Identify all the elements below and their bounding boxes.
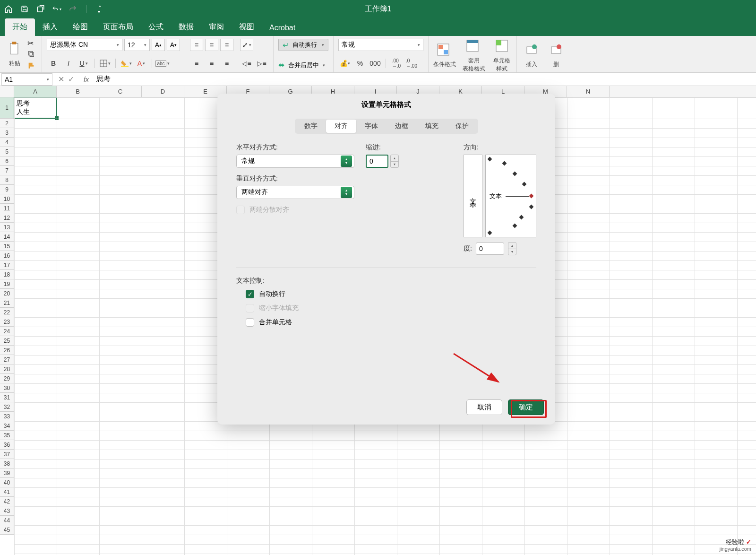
dtab-protection[interactable]: 保护	[447, 120, 477, 133]
row-header[interactable]: 30	[0, 383, 14, 393]
undo-icon[interactable]: ▾	[52, 4, 61, 14]
decrease-font-icon[interactable]: A▾	[167, 39, 180, 51]
customize-qat-icon[interactable]: ⚬▾	[95, 4, 104, 14]
increase-decimal-icon[interactable]: .00→.0	[390, 57, 403, 69]
bold-button[interactable]: B	[47, 57, 60, 69]
align-middle-icon[interactable]: ≡	[205, 39, 218, 51]
row-header[interactable]: 14	[0, 232, 14, 242]
row-header[interactable]: 36	[0, 440, 14, 450]
increase-indent-icon[interactable]: ▷≡	[255, 57, 268, 69]
row-header[interactable]: 32	[0, 402, 14, 412]
col-header-B[interactable]: B	[57, 86, 99, 97]
row-header[interactable]: 1	[0, 97, 14, 119]
format-painter-icon[interactable]	[27, 61, 37, 70]
conditional-format-button[interactable]	[433, 40, 453, 60]
row-header[interactable]: 20	[0, 289, 14, 298]
wrap-text-button[interactable]: 自动换行	[292, 41, 317, 49]
align-center-icon[interactable]: ≡	[205, 57, 218, 69]
row-header[interactable]: 17	[0, 260, 14, 270]
increase-font-icon[interactable]: A▴	[152, 39, 165, 51]
orientation-vertical-button[interactable]: 文本	[464, 155, 482, 237]
border-button[interactable]: ▾	[98, 57, 112, 69]
row-header[interactable]: 11	[0, 204, 14, 213]
row-header[interactable]: 7	[0, 166, 14, 175]
orientation-icon[interactable]: ⤢▾	[240, 39, 253, 51]
h-align-select[interactable]: 常规▴▾	[236, 155, 354, 168]
select-all-corner[interactable]	[0, 86, 14, 97]
format-table-button[interactable]	[463, 36, 482, 56]
row-header[interactable]: 31	[0, 393, 14, 402]
dtab-border[interactable]: 边框	[387, 120, 417, 133]
comma-icon[interactable]: 000	[369, 57, 382, 69]
degree-spinner[interactable]: ▴▾	[508, 242, 516, 255]
cut-icon[interactable]: ✂	[27, 39, 37, 47]
col-header-A[interactable]: A	[14, 86, 57, 97]
row-header[interactable]: 24	[0, 327, 14, 336]
formula-input[interactable]: 思考	[93, 75, 111, 84]
merge-button[interactable]: 合并后居中	[288, 61, 319, 69]
row-header[interactable]: 2	[0, 119, 14, 128]
row-header[interactable]: 28	[0, 364, 14, 374]
row-header[interactable]: 5	[0, 147, 14, 156]
fx-icon[interactable]: fx	[80, 76, 93, 83]
merge-cells-checkbox[interactable]	[246, 318, 254, 327]
degree-input[interactable]	[476, 243, 504, 255]
tab-insert[interactable]: 插入	[35, 18, 65, 36]
row-header[interactable]: 10	[0, 194, 14, 204]
row-header[interactable]: 35	[0, 431, 14, 440]
wrap-text-checkbox[interactable]: ✓	[246, 290, 254, 298]
v-align-select[interactable]: 两端对齐▴▾	[236, 186, 354, 199]
decrease-decimal-icon[interactable]: .0→.00	[405, 57, 418, 69]
row-header[interactable]: 6	[0, 156, 14, 166]
dtab-alignment[interactable]: 对齐	[326, 120, 356, 133]
row-header[interactable]: 37	[0, 450, 14, 459]
enter-formula-icon[interactable]: ✓	[68, 75, 74, 84]
underline-button[interactable]: U▾	[77, 57, 90, 69]
tab-review[interactable]: 审阅	[201, 18, 232, 36]
number-format-select[interactable]: 常规▾	[338, 39, 423, 51]
row-header[interactable]: 9	[0, 185, 14, 194]
home-icon[interactable]	[4, 4, 13, 14]
row-header[interactable]: 16	[0, 251, 14, 260]
name-box[interactable]: A1▾	[1, 73, 52, 86]
row-header[interactable]: 33	[0, 412, 14, 421]
row-header[interactable]: 25	[0, 336, 14, 346]
row-header[interactable]: 38	[0, 459, 14, 468]
tab-data[interactable]: 数据	[171, 18, 201, 36]
row-header[interactable]: 44	[0, 516, 14, 525]
delete-cells-button[interactable]	[546, 40, 566, 60]
copy-icon[interactable]	[27, 50, 37, 59]
row-header[interactable]: 4	[0, 138, 14, 147]
tab-acrobat[interactable]: Acrobat	[262, 20, 303, 36]
row-header[interactable]: 3	[0, 128, 14, 138]
dtab-number[interactable]: 数字	[296, 120, 326, 133]
row-header[interactable]: 18	[0, 270, 14, 279]
row-header[interactable]: 21	[0, 298, 14, 308]
row-header[interactable]: 13	[0, 223, 14, 232]
row-header[interactable]: 42	[0, 497, 14, 506]
tab-view[interactable]: 视图	[232, 18, 262, 36]
italic-button[interactable]: I	[62, 57, 75, 69]
align-right-icon[interactable]: ≡	[220, 57, 233, 69]
currency-icon[interactable]: 💰▾	[338, 57, 352, 69]
ok-button[interactable]: 确定	[508, 399, 544, 415]
row-header[interactable]: 26	[0, 346, 14, 355]
row-header[interactable]: 29	[0, 374, 14, 383]
save-icon[interactable]	[20, 4, 29, 14]
percent-icon[interactable]: %	[353, 57, 367, 69]
row-header[interactable]: 40	[0, 478, 14, 487]
decrease-indent-icon[interactable]: ◁≡	[240, 57, 253, 69]
align-top-icon[interactable]: ≡	[190, 39, 203, 51]
row-header[interactable]: 27	[0, 355, 14, 364]
cancel-formula-icon[interactable]: ✕	[58, 75, 64, 84]
col-header-D[interactable]: D	[142, 86, 184, 97]
phonetic-button[interactable]: abc▾	[156, 57, 169, 69]
row-header[interactable]: 43	[0, 506, 14, 516]
row-header[interactable]: 19	[0, 279, 14, 289]
tab-formulas[interactable]: 公式	[141, 18, 171, 36]
row-header[interactable]: 23	[0, 317, 14, 327]
row-header[interactable]: 12	[0, 213, 14, 223]
row-header[interactable]: 34	[0, 421, 14, 431]
fill-color-button[interactable]: ▾	[120, 57, 133, 69]
paste-button[interactable]	[5, 39, 25, 59]
